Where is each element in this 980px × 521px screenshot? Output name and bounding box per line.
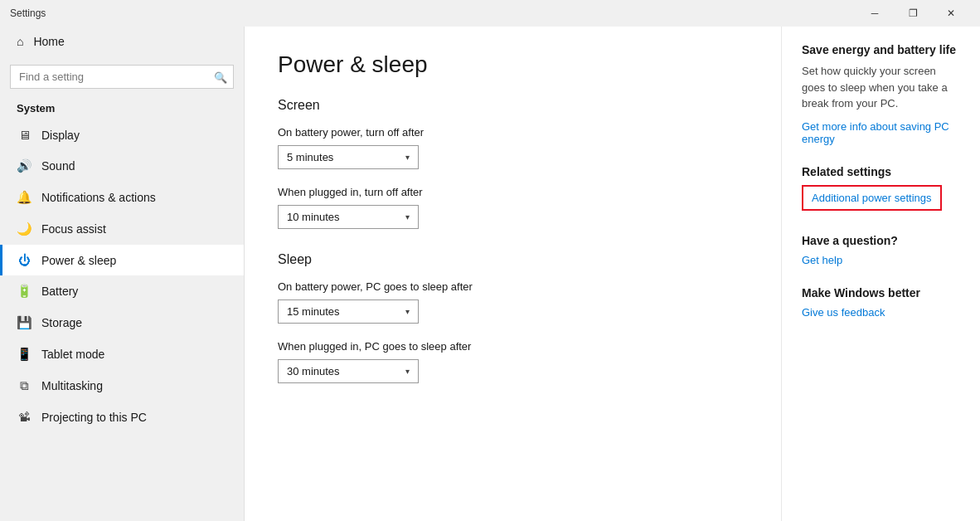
plugged-off-value: 10 minutes [287,211,340,223]
give-feedback-link[interactable]: Give us feedback [802,306,960,319]
display-icon: 🖥 [17,128,32,142]
focus-icon: 🌙 [17,222,32,236]
battery-off-label: On battery power, turn off after [278,126,748,139]
plugged-off-label: When plugged in, turn off after [278,186,748,198]
sidebar-item-power[interactable]: ⏻ Power & sleep [0,245,244,275]
saving-link[interactable]: Get more info about saving PC energy [802,120,960,145]
plugged-off-dropdown[interactable]: 10 minutes ▾ [278,205,419,229]
sidebar-battery-label: Battery [41,285,78,298]
sidebar-item-display[interactable]: 🖥 Display [0,119,244,150]
sidebar: ⌂ Home 🔍 System 🖥 Display 🔊 Sound 🔔 Noti… [0,27,245,521]
title-bar: Settings ─ ❐ ✕ [0,0,980,27]
plugged-off-arrow-icon: ▾ [405,212,410,222]
saving-energy-section: Save energy and battery life Set how qui… [802,43,960,145]
battery-off-row: On battery power, turn off after 5 minut… [278,126,748,169]
battery-sleep-value: 15 minutes [287,305,340,318]
sidebar-item-focus[interactable]: 🌙 Focus assist [0,213,244,245]
plugged-off-row: When plugged in, turn off after 10 minut… [278,186,748,229]
search-icon: 🔍 [214,71,227,83]
battery-sleep-row: On battery power, PC goes to sleep after… [278,280,748,324]
battery-off-dropdown[interactable]: 5 minutes ▾ [278,145,419,169]
battery-sleep-label: On battery power, PC goes to sleep after [278,280,748,293]
screen-section: Screen On battery power, turn off after … [278,98,748,229]
battery-off-arrow-icon: ▾ [405,153,410,162]
battery-sleep-dropdown[interactable]: 15 minutes ▾ [278,299,419,324]
projecting-icon: 📽 [17,410,32,424]
close-button[interactable]: ✕ [932,0,970,27]
plugged-sleep-label: When plugged in, PC goes to sleep after [278,340,748,353]
home-icon: ⌂ [17,35,23,48]
notifications-icon: 🔔 [17,190,32,205]
sidebar-tablet-label: Tablet mode [41,348,104,361]
related-title: Related settings [802,165,960,178]
additional-power-settings-link[interactable]: Additional power settings [802,185,942,211]
sidebar-item-tablet[interactable]: 📱 Tablet mode [0,338,244,370]
sidebar-multitasking-label: Multitasking [41,379,103,392]
sidebar-item-sound[interactable]: 🔊 Sound [0,150,244,182]
window-controls: ─ ❐ ✕ [856,0,970,27]
page-title: Power & sleep [278,51,748,78]
home-label: Home [33,35,64,48]
main-content: Power & sleep Screen On battery power, t… [245,27,781,521]
sleep-section-title: Sleep [278,252,748,267]
sidebar-item-storage[interactable]: 💾 Storage [0,307,244,338]
sidebar-item-notifications[interactable]: 🔔 Notifications & actions [0,182,244,213]
sleep-section: Sleep On battery power, PC goes to sleep… [278,252,748,383]
screen-section-title: Screen [278,98,748,113]
search-input[interactable] [10,65,234,89]
minimize-button[interactable]: ─ [856,0,894,27]
sidebar-projecting-label: Projecting to this PC [41,411,147,424]
sidebar-item-multitasking[interactable]: ⧉ Multitasking [0,370,244,402]
app-body: ⌂ Home 🔍 System 🖥 Display 🔊 Sound 🔔 Noti… [0,27,980,521]
plugged-sleep-value: 30 minutes [287,365,340,377]
multitasking-icon: ⧉ [17,378,32,393]
system-section-label: System [0,95,244,119]
plugged-sleep-arrow-icon: ▾ [405,367,410,376]
maximize-button[interactable]: ❐ [894,0,932,27]
sound-icon: 🔊 [17,158,32,173]
sidebar-item-battery[interactable]: 🔋 Battery [0,275,244,307]
battery-icon: 🔋 [17,284,32,299]
question-title: Have a question? [802,234,960,247]
sidebar-item-home[interactable]: ⌂ Home [0,27,244,56]
plugged-sleep-dropdown[interactable]: 30 minutes ▾ [278,359,419,383]
sidebar-power-label: Power & sleep [41,254,116,267]
make-better-title: Make Windows better [802,286,960,299]
app-title: Settings [10,7,46,19]
make-windows-better-section: Make Windows better Give us feedback [802,286,960,319]
sidebar-focus-label: Focus assist [41,222,106,236]
storage-icon: 💾 [17,315,32,330]
power-icon: ⏻ [17,253,32,267]
right-panel: Save energy and battery life Set how qui… [781,27,980,521]
plugged-sleep-row: When plugged in, PC goes to sleep after … [278,340,748,383]
saving-text: Set how quickly your screen goes to slee… [802,63,960,112]
sidebar-item-projecting[interactable]: 📽 Projecting to this PC [0,402,244,432]
related-settings-section: Related settings Additional power settin… [802,165,960,214]
get-help-link[interactable]: Get help [802,254,960,266]
sidebar-sound-label: Sound [41,159,75,173]
have-a-question-section: Have a question? Get help [802,234,960,266]
saving-title: Save energy and battery life [802,43,960,56]
sidebar-notifications-label: Notifications & actions [41,191,156,204]
battery-sleep-arrow-icon: ▾ [405,307,410,316]
search-container: 🔍 [10,65,234,89]
sidebar-display-label: Display [41,129,80,142]
tablet-icon: 📱 [17,347,32,362]
sidebar-storage-label: Storage [41,316,82,329]
battery-off-value: 5 minutes [287,151,333,163]
